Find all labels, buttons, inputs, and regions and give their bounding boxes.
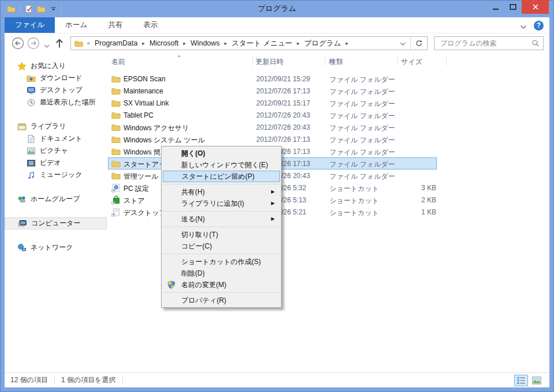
search-icon[interactable] xyxy=(531,39,540,47)
context-menu-item-cut[interactable]: 切り取り(T) xyxy=(163,229,280,240)
status-bar: 12 個の項目 1 個の項目を選択 xyxy=(5,372,549,387)
context-menu-item-create-shortcut[interactable]: ショートカットの作成(S) xyxy=(163,256,280,267)
up-icon[interactable] xyxy=(54,37,65,49)
context-menu-item-send-to[interactable]: 送る(N)▶ xyxy=(163,213,280,225)
menu-separator xyxy=(163,184,280,184)
breadcrumb-item[interactable]: Microsoft xyxy=(147,39,181,47)
help-icon[interactable]: ? xyxy=(534,21,544,31)
sidebar-item-videos[interactable]: ビデオ xyxy=(5,157,107,169)
context-menu-item-copy[interactable]: コピー(C) xyxy=(163,240,280,252)
breadcrumb-item[interactable]: プログラム xyxy=(302,39,343,48)
address-bar[interactable]: «ProgramData▸Microsoft▸Windows▸スタート メニュー… xyxy=(70,36,428,50)
back-icon[interactable] xyxy=(12,37,24,50)
column-header-1[interactable]: 更新日時 xyxy=(256,57,283,67)
search-input[interactable] xyxy=(439,39,531,48)
maximize-icon xyxy=(508,2,518,12)
close-button[interactable] xyxy=(522,0,549,14)
context-menu-item-share[interactable]: 共有(H)▶ xyxy=(163,186,280,198)
file-row-4[interactable]: Windows アクセサリ2012/07/26 20:43ファイル フォルダー xyxy=(108,121,437,133)
column-header-0[interactable]: 名前 xyxy=(111,57,125,67)
context-menu-item-include-in-library[interactable]: ライブラリに追加(I)▶ xyxy=(163,198,280,209)
menu-item-label: 開く(O) xyxy=(181,149,205,157)
context-menu-item-open[interactable]: 開く(O) xyxy=(163,148,280,159)
breadcrumb-item[interactable]: ProgramData xyxy=(92,39,140,47)
file-size: 2 KB xyxy=(357,196,436,204)
qat-dropdown-chevron[interactable] xyxy=(50,5,57,13)
sidebar-item-computer[interactable]: コンピューター xyxy=(5,217,107,229)
details-view-button[interactable] xyxy=(514,375,528,386)
sidebar-gap xyxy=(5,205,107,217)
file-row-3[interactable]: Tablet PC2012/07/26 20:43ファイル フォルダー xyxy=(108,109,437,121)
breadcrumb-separator-icon[interactable]: ▸ xyxy=(296,40,301,46)
file-name: SX Virtual Link xyxy=(123,99,169,107)
status-separator xyxy=(54,376,55,385)
column-divider[interactable] xyxy=(446,56,447,66)
sidebar-item-desktop[interactable]: デスクトップ xyxy=(5,84,107,96)
column-headers: 名前更新日時種類サイズ▲ xyxy=(107,53,549,69)
forward-icon[interactable] xyxy=(27,37,40,50)
column-divider[interactable] xyxy=(325,56,325,66)
explorer-window: プログラム ファイル ホーム共有表示 ? xyxy=(0,0,554,392)
column-header-3[interactable]: サイズ xyxy=(401,57,422,67)
file-type: ファイル フォルダー xyxy=(330,172,395,182)
sidebar-item-homegroup[interactable]: ホームグループ xyxy=(5,193,107,205)
thumbnail-view-button[interactable] xyxy=(530,375,544,386)
menu-item-label: 削除(D) xyxy=(181,269,205,277)
folder-icon xyxy=(111,99,121,108)
breadcrumb-separator-icon[interactable]: ▸ xyxy=(141,40,146,46)
sidebar-gap xyxy=(5,108,107,120)
file-row-0[interactable]: EPSON Scan2012/09/21 15:29ファイル フォルダー xyxy=(108,73,437,85)
file-type: ファイル フォルダー xyxy=(330,111,395,121)
breadcrumb-separator-icon[interactable]: ▸ xyxy=(345,40,350,46)
computer-icon xyxy=(18,219,27,228)
refresh-icon[interactable] xyxy=(410,37,427,50)
address-chevron-icon[interactable] xyxy=(395,39,410,47)
context-menu-item-rename[interactable]: 名前の変更(M) xyxy=(163,279,280,291)
tab-1[interactable]: 共有 xyxy=(98,17,133,33)
sidebar-item-libraries[interactable]: ライブラリ xyxy=(5,120,107,133)
minimize-button[interactable] xyxy=(487,0,504,14)
sidebar-item-downloads[interactable]: ダウンロード xyxy=(5,72,107,84)
breadcrumb-separator-icon[interactable]: ▸ xyxy=(182,40,188,46)
close-icon xyxy=(531,2,540,12)
file-row-5[interactable]: Windows システム ツール2012/07/26 17:13ファイル フォル… xyxy=(108,133,437,145)
tab-0[interactable]: ホーム xyxy=(55,17,98,33)
column-divider[interactable] xyxy=(252,56,253,66)
sidebar-item-music[interactable]: ミュージック xyxy=(5,169,107,181)
tab-file[interactable]: ファイル xyxy=(5,17,55,33)
properties-icon[interactable] xyxy=(24,5,33,13)
file-date: 2012/07/26 20:43 xyxy=(256,111,310,119)
maximize-button[interactable] xyxy=(504,0,522,14)
sidebar-item-network[interactable]: ネットワーク xyxy=(5,242,107,254)
sidebar-item-pictures[interactable]: ピクチャ xyxy=(5,145,107,157)
column-header-2[interactable]: 種類 xyxy=(329,57,343,67)
file-type: ファイル フォルダー xyxy=(330,75,395,85)
breadcrumb-item[interactable]: Windows xyxy=(188,39,222,47)
sidebar-item-recent-places[interactable]: 最近表示した場所 xyxy=(5,96,107,108)
context-menu-item-properties[interactable]: プロパティ(R) xyxy=(163,295,280,306)
sidebar-item-documents[interactable]: ドキュメント xyxy=(5,133,107,145)
tab-2[interactable]: 表示 xyxy=(133,17,168,33)
history-chevron-icon[interactable] xyxy=(44,42,50,45)
breadcrumb-item[interactable]: スタート メニュー xyxy=(229,39,294,48)
desktop-icon xyxy=(27,86,36,95)
file-row-1[interactable]: Maintenance2012/07/26 17:13ファイル フォルダー xyxy=(108,85,437,97)
sidebar-item-label: ネットワーク xyxy=(31,243,73,252)
file-date: 2012/07/26 17:13 xyxy=(256,135,310,144)
explorer-window-icon xyxy=(7,5,16,13)
file-type: ファイル フォルダー xyxy=(330,99,395,109)
new-folder-icon[interactable] xyxy=(37,5,46,13)
column-divider[interactable] xyxy=(397,56,398,66)
menu-item-label: 共有(H) xyxy=(181,188,205,196)
breadcrumb-separator-icon[interactable]: ▸ xyxy=(223,40,229,46)
context-menu-item-pin-to-start[interactable]: スタートにピン留め(P) xyxy=(163,171,280,182)
sidebar-item-favorites[interactable]: お気に入り xyxy=(5,60,107,72)
file-size: 3 KB xyxy=(357,184,436,192)
breadcrumb-overflow[interactable]: « xyxy=(86,40,91,46)
file-row-2[interactable]: SX Virtual Link2012/09/21 15:17ファイル フォルダ… xyxy=(108,97,437,109)
context-menu-item-open-new-window[interactable]: 新しいウィンドウで開く(E) xyxy=(163,159,280,171)
quick-access-toolbar xyxy=(0,5,62,13)
file-type: ファイル フォルダー xyxy=(330,135,395,145)
collapse-ribbon-chevron-icon[interactable] xyxy=(520,23,527,28)
context-menu-item-delete[interactable]: 削除(D) xyxy=(163,267,280,279)
